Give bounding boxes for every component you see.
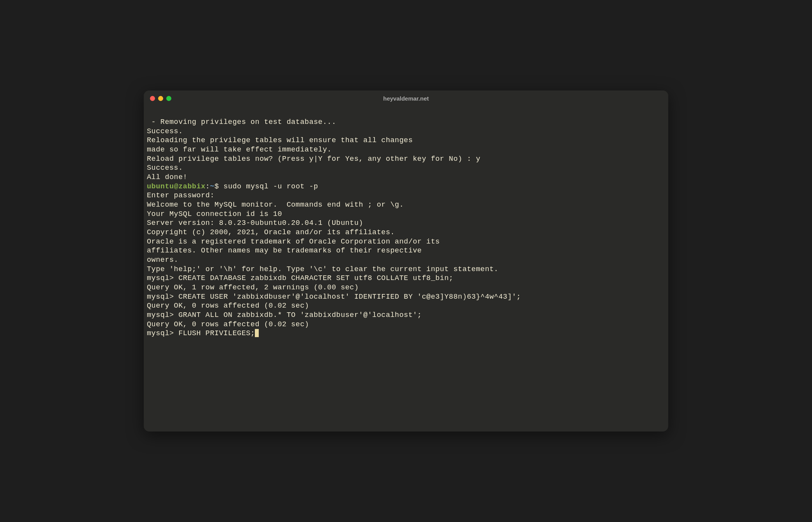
output-line: Your MySQL connection id is 10 [147, 210, 282, 218]
prompt-at: @ [174, 183, 179, 191]
output-line: Welcome to the MySQL monitor. Commands e… [147, 201, 404, 209]
prompt-path: ~ [210, 183, 214, 191]
output-line: made so far will take effect immediately… [147, 146, 332, 154]
output-line: All done! [147, 173, 187, 181]
output-line: Reloading the privilege tables will ensu… [147, 136, 413, 144]
output-line: Enter password: [147, 191, 214, 200]
output-line: Query OK, 0 rows affected (0.02 sec) [147, 320, 309, 329]
output-line: Type 'help;' or '\h' for help. Type '\c'… [147, 265, 498, 273]
command-text: sudo mysql -u root -p [223, 183, 318, 191]
output-line: mysql> FLUSH PRIVILEGES; [147, 329, 255, 338]
terminal-window: heyvaldemar.net - Removing privileges on… [144, 90, 668, 432]
prompt-host: zabbix [178, 183, 206, 191]
output-line: Copyright (c) 2000, 2021, Oracle and/or … [147, 228, 395, 237]
output-line: Success. [147, 164, 183, 172]
prompt-user: ubuntu [147, 183, 174, 191]
minimize-icon[interactable] [158, 96, 163, 101]
output-line: Server version: 8.0.23-0ubuntu0.20.04.1 … [147, 219, 363, 227]
cursor-icon [255, 329, 259, 337]
window-title: heyvaldemar.net [383, 95, 429, 102]
prompt-dollar: $ [214, 183, 223, 191]
prompt-colon: : [206, 183, 210, 191]
output-line: mysql> CREATE DATABASE zabbixdb CHARACTE… [147, 274, 453, 282]
prompt-line: ubuntu@zabbix:~$ sudo mysql -u root -p [147, 182, 665, 191]
output-line: owners. [147, 256, 178, 264]
output-line: Query OK, 1 row affected, 2 warnings (0.… [147, 284, 359, 292]
output-line: Reload privilege tables now? (Press y|Y … [147, 155, 481, 163]
maximize-icon[interactable] [166, 96, 171, 101]
output-line: mysql> CREATE USER 'zabbixdbuser'@'local… [147, 293, 521, 301]
title-bar: heyvaldemar.net [144, 90, 668, 106]
window-controls [150, 96, 171, 101]
output-line: mysql> GRANT ALL ON zabbixdb.* TO 'zabbi… [147, 311, 422, 319]
output-line: Success. [147, 127, 183, 136]
close-icon[interactable] [150, 96, 155, 101]
output-line: Query OK, 0 rows affected (0.02 sec) [147, 302, 309, 310]
output-line: Oracle is a registered trademark of Orac… [147, 238, 440, 246]
output-line: affiliates. Other names may be trademark… [147, 247, 422, 255]
output-line: - Removing privileges on test database..… [147, 118, 336, 126]
terminal-body[interactable]: - Removing privileges on test database..… [144, 106, 668, 432]
